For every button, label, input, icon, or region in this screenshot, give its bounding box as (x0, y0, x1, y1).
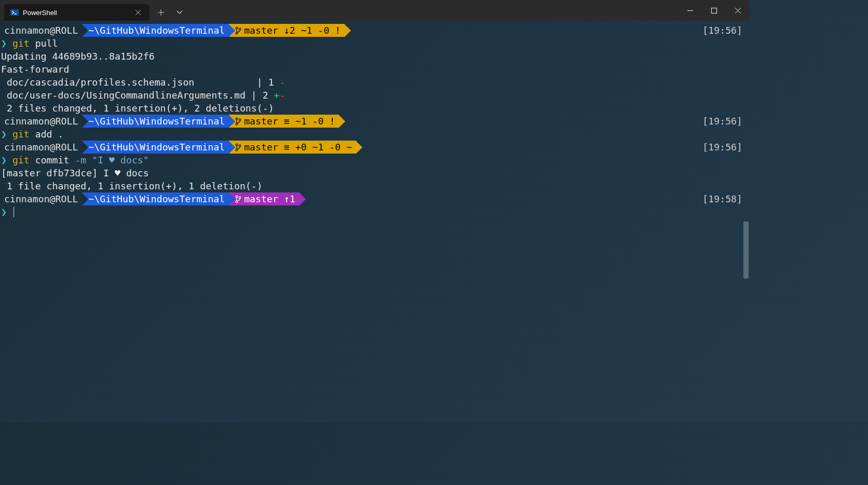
prompt-user: cinnamon@ROLL (1, 24, 82, 37)
chevron-right-icon (82, 193, 88, 205)
prompt-user: cinnamon@ROLL (1, 141, 82, 154)
output-line: [master dfb73dce] I ♥ docs (1, 167, 749, 179)
maximize-button[interactable] (702, 0, 726, 21)
prompt-path: ~\GitHub\WindowsTerminal (82, 115, 229, 128)
diff-minus: - (280, 89, 286, 102)
chevron-right-icon (339, 115, 345, 128)
chevron-right-icon (300, 193, 306, 205)
command-token: git (12, 37, 30, 50)
command-line: ❯ git add . (1, 128, 749, 141)
command-token: . (58, 128, 64, 141)
prompt-git-status: master ≡ +0 ~1 -0 ~ (229, 141, 356, 154)
prompt-line: cinnamon@ROLL ~\GitHub\WindowsTerminal m… (1, 115, 749, 128)
output-line: 2 files changed, 1 insertion(+), 2 delet… (1, 102, 749, 115)
tab-close-button[interactable] (133, 7, 143, 18)
cursor (13, 207, 14, 217)
chevron-right-icon (229, 24, 235, 37)
git-branch-icon (235, 117, 241, 126)
svg-point-16 (236, 144, 238, 146)
svg-point-21 (239, 197, 241, 199)
output-line: doc/user-docs/UsingCommandlineArguments.… (1, 89, 749, 102)
command-token: git (12, 128, 30, 141)
output-text: doc/user-docs/UsingCommandlineArguments.… (1, 89, 274, 102)
output-line: Updating 44689b93..8a15b2f6 (1, 50, 749, 63)
command-token: git (12, 154, 30, 167)
prompt-time: [19:56] (702, 141, 742, 154)
close-button[interactable] (726, 0, 750, 21)
prompt-git-status: master ↓2 ~1 -0 ! (229, 24, 345, 37)
prompt-symbol: ❯ (1, 128, 12, 141)
scrollbar-thumb[interactable] (743, 221, 749, 279)
prompt-path: ~\GitHub\WindowsTerminal (82, 24, 229, 37)
command-flag: -m (75, 154, 86, 167)
tab-dropdown-button[interactable] (170, 4, 189, 21)
prompt-symbol: ❯ (1, 205, 12, 218)
prompt-path: ~\GitHub\WindowsTerminal (82, 141, 229, 154)
prompt-git-status: master ↑1 (229, 192, 300, 205)
prompt-symbol: ❯ (1, 154, 12, 167)
prompt-time: [19:58] (702, 192, 742, 205)
svg-point-12 (239, 28, 241, 30)
command-line: ❯ git commit -m "I ♥ docs" (1, 154, 749, 167)
chevron-right-icon (82, 24, 88, 37)
command-line: ❯ git pull (1, 37, 749, 50)
chevron-right-icon (82, 115, 88, 128)
prompt-path: ~\GitHub\WindowsTerminal (82, 192, 229, 205)
command-token: add (30, 128, 58, 141)
new-tab-button[interactable] (152, 4, 170, 21)
tab-title: PowerShell (23, 9, 129, 17)
command-token (86, 154, 92, 167)
chevron-right-icon (229, 115, 235, 128)
chevron-right-icon (345, 24, 351, 37)
titlebar: PowerShell (0, 0, 750, 21)
chevron-right-icon (229, 193, 235, 205)
chevron-right-icon (229, 141, 235, 154)
prompt-line: cinnamon@ROLL ~\GitHub\WindowsTerminal m… (1, 192, 749, 205)
prompt-git-status: master ≡ ~1 -0 ! (229, 115, 339, 128)
prompt-user: cinnamon@ROLL (1, 192, 82, 205)
powershell-icon (10, 8, 19, 17)
command-token: pull (30, 37, 58, 50)
terminal-surface[interactable]: cinnamon@ROLL ~\GitHub\WindowsTerminal m… (0, 21, 750, 422)
prompt-symbol: ❯ (1, 37, 12, 50)
window-controls (678, 0, 750, 21)
git-branch-icon (235, 143, 241, 151)
prompt-user: cinnamon@ROLL (1, 115, 82, 128)
prompt-line: cinnamon@ROLL ~\GitHub\WindowsTerminal m… (1, 24, 749, 37)
prompt-time: [19:56] (702, 115, 742, 128)
git-status-text: master ≡ ~1 -0 ! (244, 115, 335, 128)
svg-point-19 (236, 196, 238, 198)
svg-point-20 (236, 201, 238, 203)
command-token: commit (30, 154, 75, 167)
git-status-text: master ↑1 (244, 192, 295, 205)
output-text: doc/cascadia/profiles.schema.json | 1 (1, 76, 280, 89)
diff-plus: + (274, 89, 280, 102)
chevron-right-icon (82, 141, 88, 154)
svg-point-14 (236, 123, 238, 125)
chevron-right-icon (356, 141, 362, 154)
output-line: Fast-forward (1, 63, 749, 76)
prompt-time: [19:56] (702, 24, 742, 37)
svg-point-13 (236, 118, 238, 120)
minimize-button[interactable] (678, 0, 702, 21)
svg-point-10 (236, 27, 238, 29)
svg-point-15 (239, 119, 241, 121)
output-line: 1 file changed, 1 insertion(+), 1 deleti… (1, 179, 749, 192)
command-string: "I ♥ docs" (92, 154, 149, 167)
svg-point-11 (236, 32, 238, 34)
svg-rect-7 (711, 8, 716, 13)
git-status-text: master ≡ +0 ~1 -0 ~ (244, 141, 352, 154)
output-line: doc/cascadia/profiles.schema.json | 1 - (1, 76, 749, 89)
tab-controls (152, 0, 189, 21)
git-branch-icon (235, 195, 241, 203)
tab-powershell[interactable]: PowerShell (4, 4, 150, 21)
git-status-text: master ↓2 ~1 -0 ! (244, 24, 341, 37)
svg-point-18 (239, 145, 241, 147)
command-line: ❯ (1, 205, 749, 218)
svg-point-17 (236, 149, 238, 151)
prompt-line: cinnamon@ROLL ~\GitHub\WindowsTerminal m… (1, 141, 749, 154)
git-branch-icon (235, 26, 241, 35)
diff-minus: - (280, 76, 286, 89)
